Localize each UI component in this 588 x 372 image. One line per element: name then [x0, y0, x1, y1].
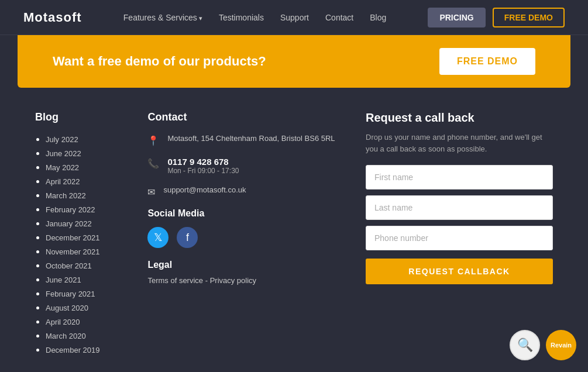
privacy-policy-link[interactable]: Privacy policy — [210, 276, 256, 285]
legal-links: Terms of service - Privacy policy — [147, 276, 335, 285]
email-icon: ✉ — [147, 187, 155, 198]
legal-separator: - — [205, 276, 210, 285]
chat-search-icon[interactable]: 🔍 — [510, 330, 540, 360]
contact-phone: 0117 9 428 678 — [167, 157, 239, 167]
contact-column: Contact 📍 Motasoft, 154 Cheltenham Road,… — [147, 111, 335, 359]
list-item[interactable]: February 2022 — [46, 204, 117, 215]
contact-address: Motasoft, 154 Cheltenham Road, Bristol B… — [167, 134, 335, 143]
last-name-input[interactable] — [366, 195, 553, 220]
list-item[interactable]: June 2022 — [46, 148, 117, 159]
nav-item-support[interactable]: Support — [280, 12, 309, 23]
list-item[interactable]: May 2022 — [46, 162, 117, 173]
list-item[interactable]: July 2022 — [46, 134, 117, 144]
revain-chat-button[interactable]: Revain — [546, 330, 576, 360]
banner-text: Want a free demo of our products? — [53, 54, 266, 69]
contact-email-item: ✉ support@motasoft.co.uk — [147, 185, 335, 198]
nav-item-features[interactable]: Features & Services — [123, 12, 202, 23]
list-item[interactable]: October 2021 — [46, 260, 117, 271]
blog-heading: Blog — [35, 111, 117, 123]
list-item[interactable]: January 2022 — [46, 218, 117, 229]
legal-heading: Legal — [147, 260, 335, 270]
navbar: Motasoft Features & Services Testimonial… — [0, 0, 588, 35]
list-item[interactable]: December 2019 — [46, 345, 117, 355]
callback-form: REQUEST CALLBACK — [366, 165, 553, 284]
facebook-icon[interactable]: f — [177, 227, 198, 248]
chat-widget: 🔍 Revain — [510, 330, 576, 360]
contact-phone-item: 📞 0117 9 428 678 Mon - Fri 09:00 - 17:30 — [147, 157, 335, 175]
list-item[interactable]: August 2020 — [46, 302, 117, 313]
twitter-icon[interactable]: 𝕏 — [147, 227, 169, 248]
nav-buttons: PRICING FREE DEMO — [428, 8, 565, 27]
list-item[interactable]: December 2021 — [46, 232, 117, 243]
phone-number-input[interactable] — [366, 226, 553, 250]
blog-list: July 2022 June 2022 May 2022 April 2022 … — [35, 134, 117, 355]
terms-of-service-link[interactable]: Terms of service — [147, 276, 203, 285]
free-demo-nav-button[interactable]: FREE DEMO — [493, 8, 565, 27]
location-icon: 📍 — [147, 135, 159, 146]
nav-item-testimonials[interactable]: Testimonials — [219, 12, 264, 23]
callback-column: Request a call back Drop us your name an… — [366, 111, 553, 359]
callback-description: Drop us your name and phone number, and … — [366, 132, 553, 154]
contact-address-item: 📍 Motasoft, 154 Cheltenham Road, Bristol… — [147, 134, 335, 146]
social-heading: Social Media — [147, 208, 335, 219]
list-item[interactable]: February 2021 — [46, 288, 117, 299]
list-item[interactable]: March 2020 — [46, 330, 117, 341]
list-item[interactable]: November 2021 — [46, 246, 117, 257]
request-callback-button[interactable]: REQUEST CALLBACK — [366, 259, 553, 284]
list-item[interactable]: April 2022 — [46, 176, 117, 187]
social-icons: 𝕏 f — [147, 227, 335, 248]
nav-links: Features & Services Testimonials Support… — [123, 12, 386, 23]
nav-item-blog[interactable]: Blog — [370, 12, 386, 23]
pricing-button[interactable]: PRICING — [428, 8, 485, 27]
list-item[interactable]: March 2022 — [46, 190, 117, 201]
orange-banner: Want a free demo of our products? FREE D… — [18, 35, 570, 88]
list-item[interactable]: June 2021 — [46, 274, 117, 285]
contact-heading: Contact — [147, 111, 335, 123]
contact-email[interactable]: support@motasoft.co.uk — [163, 185, 246, 194]
phone-icon: 📞 — [147, 158, 159, 169]
list-item[interactable]: April 2020 — [46, 316, 117, 327]
logo: Motasoft — [23, 10, 82, 25]
first-name-input[interactable] — [366, 165, 553, 190]
footer-content: Blog July 2022 June 2022 May 2022 April … — [0, 88, 588, 372]
contact-phone-hours: Mon - Fri 09:00 - 17:30 — [167, 167, 239, 175]
nav-item-contact[interactable]: Contact — [325, 12, 353, 23]
blog-column: Blog July 2022 June 2022 May 2022 April … — [35, 111, 117, 359]
callback-heading: Request a call back — [366, 111, 553, 125]
free-demo-banner-button[interactable]: FREE DEMO — [439, 48, 535, 75]
